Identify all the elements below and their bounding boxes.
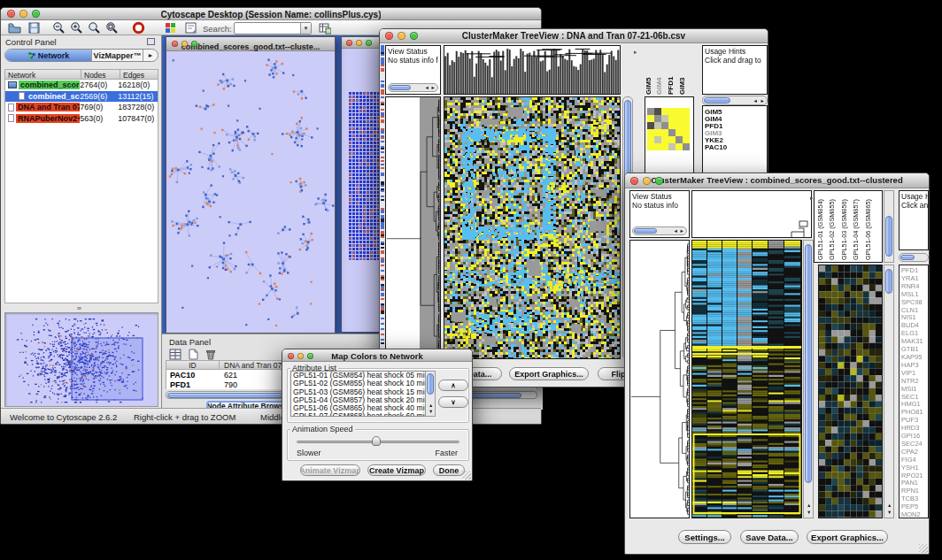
maximize-button[interactable] [32, 10, 40, 18]
vizmapper-icon[interactable] [164, 21, 177, 35]
tab-vizmapper[interactable]: VizMapper™ [92, 50, 143, 61]
scroll-down-icon[interactable]: ▼ [429, 410, 433, 414]
birds-eye-canvas[interactable] [5, 313, 158, 406]
network-row[interactable]: DNA and Tran 07 769(0) 183728(0) [5, 102, 158, 113]
scroll-left-icon[interactable]: ◄ [753, 99, 758, 104]
scrollbar-thumb[interactable] [390, 85, 411, 90]
resize-grip[interactable] [919, 544, 928, 553]
save-data-button[interactable]: Save Data... [740, 530, 799, 544]
attribute-list-vscrollbar[interactable]: ▲ ▼ [425, 371, 436, 417]
search-input[interactable]: ▼ [234, 22, 312, 35]
import-table-icon[interactable] [318, 21, 331, 35]
resize-grip[interactable] [462, 471, 471, 479]
scrollbar-thumb[interactable] [885, 216, 892, 257]
scroll-up-icon[interactable]: ▲ [807, 503, 811, 508]
export-graphics-button[interactable]: Export Graphics... [509, 367, 589, 380]
scroll-up-icon[interactable]: ▲ [887, 503, 892, 508]
treeview2-heatmap-panel[interactable] [691, 240, 802, 518]
delete-attribute-icon[interactable] [205, 348, 218, 361]
export-graphics-button[interactable]: Export Graphics... [807, 530, 888, 544]
treeview1-heatmap-panel[interactable] [444, 96, 621, 359]
scroll-right-icon[interactable]: ► [761, 99, 765, 104]
row-dendrogram-canvas[interactable] [386, 97, 440, 358]
zoom-selected-icon[interactable] [105, 21, 119, 35]
scrollbar-thumb[interactable] [427, 373, 434, 395]
zoom-heatmap-panel[interactable] [818, 265, 883, 518]
help-icon[interactable] [132, 21, 145, 35]
network-row[interactable]: RNAPuberNov2+ 563(0) 107847(0) [5, 113, 158, 125]
minimize-button[interactable] [181, 41, 188, 47]
float-panel-icon[interactable] [147, 38, 155, 45]
view-status-hscrollbar[interactable]: ◄ ► [388, 83, 438, 92]
close-button[interactable] [288, 353, 294, 359]
treeview2-heatmap-canvas[interactable] [692, 241, 801, 518]
panel-arrow-icon[interactable]: ▸ [634, 49, 637, 56]
create-vizmap-button[interactable]: Create Vizmap [367, 464, 426, 476]
column-dendrogram-canvas[interactable] [692, 191, 811, 237]
column-dendrogram-panel[interactable] [691, 190, 812, 238]
close-button[interactable] [385, 32, 393, 40]
zoom-fit-icon[interactable] [88, 21, 101, 35]
network-row[interactable]: combined_sco 2569(6) 13112(15) [5, 91, 158, 103]
treeview2-vscrollbar[interactable]: ▲ ▼ [803, 240, 814, 518]
settings-button[interactable]: Settings... [678, 530, 731, 544]
global-overview-strip[interactable] [381, 45, 384, 359]
tab-network[interactable]: Network [5, 50, 92, 61]
splitter-handle[interactable] [77, 307, 81, 310]
scroll-right-icon[interactable]: ► [431, 86, 436, 90]
scroll-up-icon[interactable]: ▲ [429, 403, 433, 408]
open-session-icon[interactable] [8, 21, 21, 35]
minimize-button[interactable] [643, 177, 651, 185]
save-session-icon[interactable] [27, 21, 41, 35]
animate-vizmap-button[interactable]: Animate Vizmap [300, 464, 360, 476]
row-dendrogram-panel[interactable] [385, 96, 441, 359]
close-button[interactable] [630, 177, 638, 185]
maximize-button[interactable] [307, 353, 313, 359]
move-down-button[interactable]: ∨ [438, 396, 468, 408]
network-grid-canvas[interactable] [349, 92, 382, 260]
scroll-down-icon[interactable]: ▼ [887, 510, 892, 515]
usage-hints-hscrollbar[interactable]: ◄ ► [702, 96, 768, 105]
minimize-button[interactable] [19, 10, 27, 18]
panel-arrow-icon[interactable]: ▸ [810, 195, 814, 202]
view-status-hscrollbar[interactable]: ◄ ► [632, 226, 687, 235]
scroll-left-icon[interactable]: ◄ [425, 86, 429, 90]
maximize-button[interactable] [366, 40, 372, 46]
close-button[interactable] [7, 10, 15, 18]
attribute-list[interactable]: GPL51-01 (GSM854) heat shock 05 minGPL51… [290, 371, 436, 417]
scroll-left-icon[interactable]: ◄ [674, 229, 678, 234]
new-attribute-icon[interactable] [187, 348, 200, 361]
zoom-out-icon[interactable] [52, 21, 66, 35]
treeview2-titlebar[interactable]: ClusterMaker TreeView : combined_scores_… [625, 173, 929, 188]
zoom-in-icon[interactable] [70, 21, 83, 35]
correlation-matrix-canvas[interactable] [647, 108, 690, 150]
network-row[interactable]: combined_scores 2764(0) 16218(0) [5, 80, 158, 91]
treeview1-heatmap-canvas[interactable] [444, 97, 620, 358]
maximize-button[interactable] [191, 41, 197, 47]
cytoscape-titlebar[interactable]: Cytoscape Desktop (Session Name: collins… [1, 8, 541, 20]
network-view-canvas[interactable] [166, 51, 335, 332]
column-labels-vscrollbar[interactable] [884, 190, 894, 263]
scrollbar-thumb[interactable] [885, 269, 892, 294]
slider-thumb[interactable] [372, 436, 381, 446]
usage-hints-hscrollbar[interactable] [899, 253, 929, 262]
attribute-list-item[interactable]: GPL51-07 (GSM868) heat shock 60 min [291, 412, 435, 417]
row-dendrogram-canvas[interactable] [630, 241, 689, 518]
treeview1-titlebar[interactable]: ClusterMaker TreeView : DNA and Tran 07-… [380, 29, 768, 43]
close-button[interactable] [172, 41, 178, 47]
dialog-titlebar[interactable]: Map Colors to Network [282, 349, 472, 362]
minimize-button[interactable] [398, 32, 405, 40]
scrollbar-thumb[interactable] [900, 255, 915, 260]
tab-overflow-icon[interactable]: ► [143, 50, 158, 61]
done-button[interactable]: Done [433, 464, 465, 476]
scroll-down-icon[interactable]: ▼ [807, 510, 811, 515]
minimize-button[interactable] [356, 40, 362, 46]
annotation-icon[interactable] [184, 21, 197, 35]
birds-eye-view[interactable] [4, 312, 158, 407]
scrollbar-thumb[interactable] [634, 228, 657, 234]
scrollbar-thumb[interactable] [704, 97, 730, 104]
maximize-button[interactable] [410, 32, 418, 40]
maximize-button[interactable] [655, 177, 663, 185]
scroll-right-icon[interactable]: ► [680, 229, 684, 234]
network-frame-titlebar[interactable]: combined_scores_good.txt--cluste... [166, 37, 335, 51]
